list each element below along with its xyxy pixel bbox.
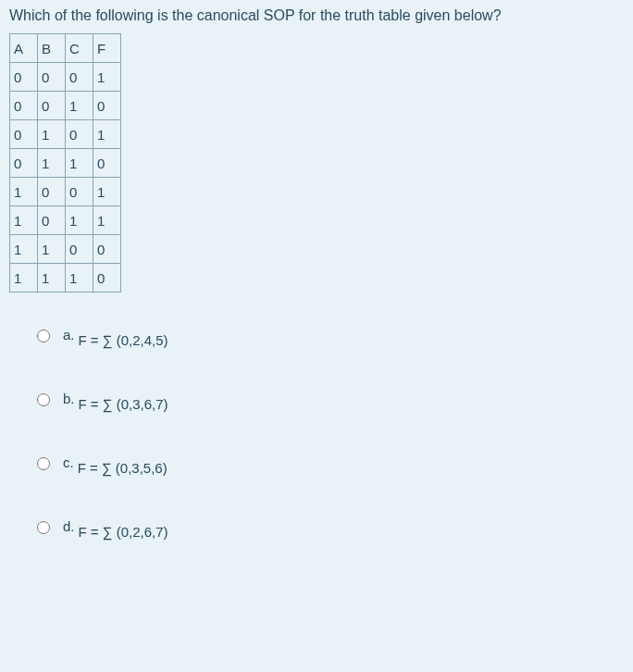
header-cell: A xyxy=(10,34,38,63)
cell: 0 xyxy=(93,92,121,120)
cell: 0 xyxy=(38,63,66,92)
radio-b[interactable] xyxy=(37,393,50,406)
cell: 1 xyxy=(10,178,38,206)
cell: 1 xyxy=(10,235,38,264)
cell: 1 xyxy=(66,264,93,292)
option-formula: F = ∑ (0,2,6,7) xyxy=(79,524,168,540)
cell: 1 xyxy=(38,149,66,178)
cell: 0 xyxy=(66,178,93,206)
option-formula: F = ∑ (0,3,6,7) xyxy=(79,396,168,412)
cell: 0 xyxy=(66,120,93,149)
cell: 1 xyxy=(66,149,93,178)
option-d[interactable]: d. F = ∑ (0,2,6,7) xyxy=(37,521,624,537)
radio-c[interactable] xyxy=(37,457,50,470)
cell: 1 xyxy=(93,178,121,206)
options-group: a. F = ∑ (0,2,4,5) b. F = ∑ (0,3,6,7) c.… xyxy=(9,330,624,537)
cell: 1 xyxy=(38,235,66,264)
table-row: 0 0 0 1 xyxy=(10,63,121,92)
table-row: 1 0 1 1 xyxy=(10,206,121,235)
cell: 0 xyxy=(93,264,121,292)
table-header-row: A B C F xyxy=(10,34,121,63)
table-row: 0 0 1 0 xyxy=(10,92,121,120)
option-letter: c. xyxy=(63,454,74,470)
table-row: 0 1 1 0 xyxy=(10,149,121,178)
header-cell: C xyxy=(66,34,93,63)
cell: 1 xyxy=(10,206,38,235)
cell: 0 xyxy=(66,63,93,92)
header-cell: F xyxy=(93,34,121,63)
cell: 1 xyxy=(38,264,66,292)
cell: 0 xyxy=(10,120,38,149)
table-row: 1 1 1 0 xyxy=(10,264,121,292)
cell: 0 xyxy=(66,235,93,264)
cell: 0 xyxy=(38,206,66,235)
option-formula: F = ∑ (0,3,5,6) xyxy=(78,460,168,476)
header-cell: B xyxy=(38,34,66,63)
option-c[interactable]: c. F = ∑ (0,3,5,6) xyxy=(37,457,624,473)
cell: 1 xyxy=(66,92,93,120)
cell: 0 xyxy=(93,235,121,264)
radio-d[interactable] xyxy=(37,521,50,534)
cell: 0 xyxy=(10,92,38,120)
table-row: 1 1 0 0 xyxy=(10,235,121,264)
radio-a[interactable] xyxy=(37,330,50,342)
table-row: 1 0 0 1 xyxy=(10,178,121,206)
cell: 0 xyxy=(38,92,66,120)
cell: 1 xyxy=(93,63,121,92)
cell: 0 xyxy=(93,149,121,178)
option-letter: d. xyxy=(63,518,75,534)
cell: 1 xyxy=(38,120,66,149)
option-a[interactable]: a. F = ∑ (0,2,4,5) xyxy=(37,330,624,345)
cell: 1 xyxy=(93,120,121,149)
cell: 0 xyxy=(10,149,38,178)
truth-table: A B C F 0 0 0 1 0 0 1 0 0 1 0 1 0 1 1 0 … xyxy=(9,33,121,292)
cell: 1 xyxy=(93,206,121,235)
cell: 0 xyxy=(10,63,38,92)
option-formula: F = ∑ (0,2,4,5) xyxy=(79,332,168,348)
question-text: Which of the following is the canonical … xyxy=(9,7,624,24)
cell: 0 xyxy=(38,178,66,206)
table-row: 0 1 0 1 xyxy=(10,120,121,149)
option-letter: a. xyxy=(63,327,75,342)
cell: 1 xyxy=(66,206,93,235)
option-letter: b. xyxy=(63,391,75,406)
option-b[interactable]: b. F = ∑ (0,3,6,7) xyxy=(37,393,624,409)
cell: 1 xyxy=(10,264,38,292)
